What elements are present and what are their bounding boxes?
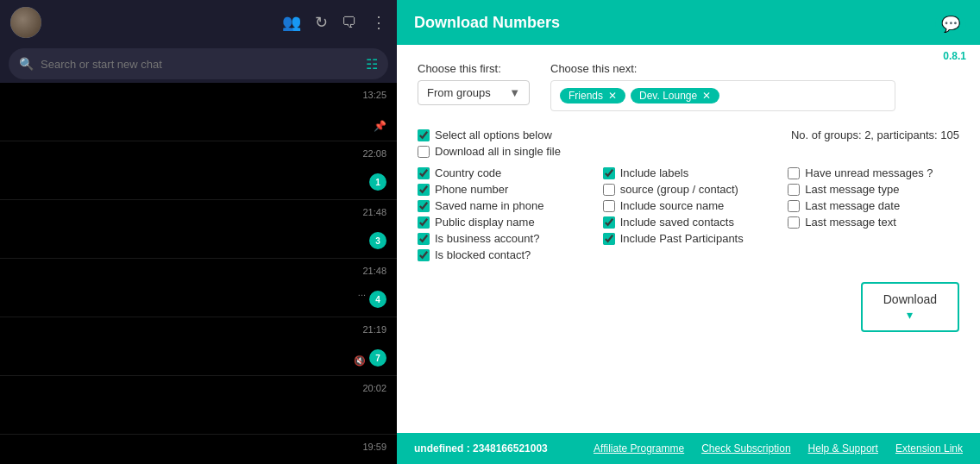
chat-item[interactable]: 22:08 1	[0, 141, 397, 200]
checkbox-row: Include source name	[603, 199, 775, 212]
checkbox-row: Include labels	[603, 166, 775, 179]
chat-time: 19:59	[362, 442, 386, 452]
chat-time: 21:48	[362, 266, 386, 276]
search-bar: 🔍 ☷	[9, 48, 388, 79]
mute-icon: 🔇	[354, 355, 366, 367]
last-message-text-checkbox[interactable]	[788, 216, 800, 229]
chevron-down-icon: ▼	[509, 86, 520, 99]
source-checkbox[interactable]	[603, 184, 615, 196]
chat-item[interactable]: ... 21:48 4	[0, 259, 397, 317]
chat-item[interactable]: 20:02	[0, 376, 397, 435]
include-past-participants-checkbox[interactable]	[603, 233, 615, 245]
checkbox-columns: Country code Phone number Saved name in …	[418, 166, 959, 265]
chat-time: 21:19	[362, 324, 386, 335]
business-account-label: Is business account?	[435, 232, 539, 245]
col2: Include labels source (group / contact) …	[603, 166, 775, 265]
include-labels-label: Include labels	[620, 166, 689, 179]
download-btn-wrap: Download ▾	[418, 282, 959, 332]
chat-icon[interactable]: 🗨	[342, 14, 357, 32]
unread-badge: 3	[369, 232, 386, 249]
last-message-type-label: Last message type	[805, 183, 899, 196]
download-single-row: Download all in single file	[418, 145, 959, 158]
last-message-date-label: Last message date	[805, 199, 900, 212]
help-support-link[interactable]: Help & Support	[808, 442, 878, 455]
chat-item[interactable]: 21:48 3	[0, 200, 397, 259]
chat-time: 21:48	[362, 207, 386, 217]
tag-close-icon[interactable]: ✕	[702, 90, 711, 102]
groups-info: No. of groups: 2, participants: 105	[791, 129, 959, 141]
choose-row: Choose this first: From groups ▼ Choose …	[418, 62, 959, 111]
business-account-checkbox[interactable]	[418, 233, 430, 245]
from-groups-dropdown[interactable]: From groups ▼	[418, 80, 530, 105]
chat-time: 20:02	[362, 383, 386, 393]
version-label: 0.8.1	[943, 50, 966, 62]
download-btn-arrow-icon: ▾	[907, 308, 913, 322]
chat-list: 13:25 📌 22:08 1 21:48 3 ... 21:48 4 21:1…	[0, 83, 397, 464]
pin-icon: 📌	[374, 120, 386, 132]
tag-dev-lounge[interactable]: Dev. Lounge ✕	[631, 88, 719, 103]
chat-time: 13:25	[362, 90, 386, 100]
menu-icon[interactable]: ⋮	[371, 13, 386, 32]
download-single-label: Download all in single file	[435, 145, 561, 158]
include-source-name-label: Include source name	[620, 199, 725, 212]
affiliate-programme-link[interactable]: Affiliate Programme	[594, 442, 684, 455]
source-label: source (group / contact)	[620, 183, 738, 196]
public-display-label: Public display name	[435, 216, 535, 229]
last-message-text-label: Last message text	[805, 216, 896, 229]
search-icon: 🔍	[19, 57, 34, 71]
country-code-label: Country code	[435, 166, 501, 179]
right-panel: Download Numbers 💬 0.8.1 Choose this fir…	[397, 0, 980, 464]
avatar[interactable]	[10, 7, 41, 38]
top-icons: 👥 ↻ 🗨 ⋮	[282, 13, 386, 32]
extension-link[interactable]: Extension Link	[895, 442, 963, 455]
blocked-contact-checkbox[interactable]	[418, 249, 430, 261]
filter-icon[interactable]: ☷	[366, 56, 378, 72]
last-message-date-checkbox[interactable]	[788, 200, 800, 212]
public-display-checkbox[interactable]	[418, 216, 430, 229]
blocked-contact-label: Is blocked contact?	[435, 248, 531, 261]
search-input[interactable]	[41, 58, 359, 71]
unread-badge: 1	[369, 173, 386, 191]
chat-item[interactable]: 13:25 📌	[0, 83, 397, 141]
refresh-icon[interactable]: ↻	[315, 13, 328, 32]
phone-number-label: Phone number	[435, 183, 508, 196]
choose-next-label: Choose this next:	[550, 62, 895, 75]
checkbox-row: Is blocked contact?	[418, 248, 589, 261]
choose-first-label: Choose this first:	[418, 62, 530, 75]
saved-name-checkbox[interactable]	[418, 200, 430, 212]
tags-container[interactable]: Friends ✕ Dev. Lounge ✕	[550, 80, 895, 111]
chat-time: 22:08	[362, 148, 386, 159]
include-labels-checkbox[interactable]	[603, 167, 615, 179]
checkbox-row: Country code	[418, 166, 589, 179]
country-code-checkbox[interactable]	[418, 167, 430, 179]
download-btn-label: Download	[883, 292, 937, 306]
include-source-name-checkbox[interactable]	[603, 200, 615, 212]
checkbox-row: Last message text	[788, 216, 959, 229]
contacts-icon[interactable]: 👥	[282, 13, 301, 32]
panel-content: 💬 0.8.1 Choose this first: From groups ▼…	[397, 45, 980, 433]
checkbox-row: Is business account?	[418, 232, 589, 245]
select-all-label: Select all options below	[435, 129, 552, 141]
chat-item[interactable]: 19:59 192	[0, 435, 397, 464]
footer-bar: undefined : 2348166521003 Affiliate Prog…	[397, 433, 980, 464]
download-button[interactable]: Download ▾	[861, 282, 959, 332]
last-message-type-checkbox[interactable]	[788, 184, 800, 196]
tag-close-icon[interactable]: ✕	[608, 90, 617, 102]
checkbox-row: Include Past Participants	[603, 232, 775, 245]
tag-label: Friends	[569, 90, 603, 102]
select-all-checkbox[interactable]	[418, 129, 430, 141]
chat-item[interactable]: 21:19 🔇 7	[0, 317, 397, 376]
panel-title: Download Numbers	[414, 14, 560, 32]
check-subscription-link[interactable]: Check Subscription	[701, 442, 790, 455]
top-bar: 👥 ↻ 🗨 ⋮	[0, 0, 397, 45]
unread-messages-checkbox[interactable]	[788, 167, 800, 179]
download-single-checkbox[interactable]	[418, 146, 430, 158]
unread-badge: 7	[369, 349, 386, 367]
checkbox-row: Saved name in phone	[418, 199, 589, 212]
col3: Have unread messages ? Last message type…	[788, 166, 959, 265]
unread-badge: 4	[369, 291, 386, 308]
phone-number-checkbox[interactable]	[418, 184, 430, 196]
tag-friends[interactable]: Friends ✕	[560, 88, 625, 103]
include-saved-contacts-checkbox[interactable]	[603, 216, 615, 229]
options-section: Select all options below No. of groups: …	[418, 129, 959, 158]
